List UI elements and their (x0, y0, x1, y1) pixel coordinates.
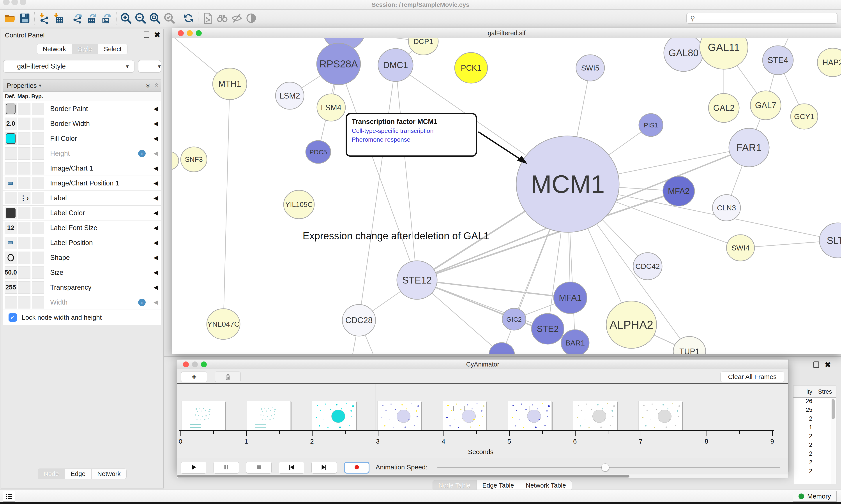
property-row-width[interactable]: Widthi◀ (3, 295, 161, 310)
timeline[interactable]: 0123456789 Seconds (177, 430, 788, 458)
network-node-LSM2[interactable]: LSM2 (275, 82, 304, 109)
table-row[interactable]: 2 (793, 459, 836, 468)
mapping-cell[interactable] (18, 237, 31, 249)
tab-style[interactable]: Style (72, 44, 98, 54)
cyanimator-titlebar[interactable]: CyAnimator (177, 360, 788, 370)
network-node-N3[interactable] (172, 151, 179, 170)
network-node-LSM4[interactable]: LSM4 (317, 94, 345, 121)
frame-thumbnail-3[interactable] (312, 401, 356, 430)
mapping-cell[interactable] (18, 162, 31, 175)
skip-start-button[interactable] (279, 462, 304, 473)
network-node-STE12[interactable]: STE12 (397, 261, 437, 299)
property-row-shape[interactable]: Shape◀ (3, 250, 161, 265)
default-value-cell[interactable] (5, 296, 17, 308)
export-network-button[interactable] (71, 11, 85, 26)
property-row-border-paint[interactable]: Border Paint◀ (3, 101, 161, 116)
network-node-GCY1[interactable]: GCY1 (791, 104, 818, 129)
frame-thumbnail-6[interactable] (508, 401, 552, 430)
bypass-cell[interactable] (32, 222, 44, 234)
bypass-cell[interactable] (32, 281, 44, 293)
mapping-cell[interactable] (18, 147, 31, 160)
expand-row-icon[interactable]: ◀ (154, 224, 158, 231)
mapping-cell[interactable] (18, 177, 31, 190)
mapping-cell[interactable] (18, 103, 31, 115)
mapping-cell[interactable] (18, 132, 31, 145)
import-network-button[interactable] (37, 11, 51, 26)
network-node-STE4[interactable]: STE4 (763, 46, 793, 75)
default-value-cell[interactable]: 50.0 (5, 267, 17, 279)
network-node-ALPHA2[interactable]: ALPHA2 (606, 301, 657, 348)
network-node-GAL2[interactable]: GAL2 (709, 93, 739, 122)
animation-speed-slider[interactable] (437, 467, 780, 468)
mapping-cell[interactable] (18, 252, 31, 264)
network-node-MFA2[interactable]: MFA2 (663, 176, 695, 206)
style-select[interactable]: galFiltered Style ▾ (3, 60, 135, 73)
default-value-cell[interactable]: 2.0 (5, 118, 17, 130)
default-value-cell[interactable] (5, 192, 17, 204)
default-value-cell[interactable] (5, 147, 17, 160)
frame-thumbnail-2[interactable] (247, 401, 291, 430)
mapping-cell[interactable] (18, 118, 31, 130)
mapping-cell[interactable] (18, 222, 31, 234)
network-node-PIS1[interactable]: PIS1 (639, 114, 663, 137)
stop-button[interactable] (246, 462, 272, 473)
property-row-image-chart-1[interactable]: Image/Chart 1◀ (3, 161, 161, 176)
frame-thumbnail-8[interactable] (639, 401, 682, 430)
frame-thumbnail-1[interactable] (182, 401, 225, 430)
network-node-SWI5[interactable]: SWI5 (576, 55, 605, 81)
bypass-cell[interactable] (32, 237, 44, 249)
network-node-PDC5[interactable]: PDC5 (306, 141, 331, 163)
app-close-light[interactable] (3, 0, 10, 5)
property-row-size[interactable]: 50.0Size◀ (3, 265, 161, 280)
zoom-in-button[interactable] (119, 11, 133, 26)
expand-row-icon[interactable]: ◀ (154, 269, 158, 276)
expand-row-icon[interactable]: ◀ (154, 150, 158, 157)
table-panel-close-icon[interactable]: ✖ (825, 361, 831, 368)
network-window-titlebar[interactable]: galFiltered.sif (172, 28, 841, 38)
network-edge[interactable] (223, 84, 230, 324)
network-node-HAP2[interactable]: HAP2 (817, 48, 841, 77)
refresh-button[interactable] (181, 11, 196, 26)
expand-row-icon[interactable]: ◀ (154, 284, 158, 291)
expand-row-icon[interactable]: ◀ (154, 210, 158, 216)
add-frame-button[interactable]: + (181, 372, 207, 382)
expand-row-icon[interactable]: ◀ (154, 120, 158, 127)
clear-all-frames-button[interactable]: Clear All Frames (720, 372, 784, 382)
table-panel-float-icon[interactable] (813, 361, 819, 368)
table-row[interactable]: 2 (793, 450, 836, 459)
default-value-cell[interactable] (5, 252, 17, 264)
expand-row-icon[interactable]: ◀ (154, 105, 158, 112)
hide-eye-button[interactable] (230, 11, 244, 26)
bypass-cell[interactable] (32, 296, 44, 308)
default-value-cell[interactable]: 12 (5, 222, 17, 234)
table-scrollbar[interactable] (831, 398, 836, 484)
network-node-TUP1[interactable]: TUP1 (673, 337, 706, 354)
tab-network[interactable]: Network (37, 44, 72, 54)
annotation-link[interactable]: Cell-type-specific transcription (352, 127, 471, 134)
bypass-cell[interactable] (32, 177, 44, 190)
table-row[interactable]: 25 (793, 407, 836, 415)
network-node-CDC28[interactable]: CDC28 (342, 305, 376, 336)
property-row-label-font-size[interactable]: 12Label Font Size◀ (3, 220, 161, 235)
expand-row-icon[interactable]: ◀ (154, 239, 158, 246)
frame-thumbnail-5[interactable] (443, 401, 486, 430)
binoculars-button[interactable] (215, 11, 230, 26)
bypass-cell[interactable] (32, 267, 44, 279)
expand-row-icon[interactable]: ◀ (154, 195, 158, 201)
property-row-label[interactable]: ⋮›Label◀ (3, 191, 161, 205)
lock-size-checkbox[interactable]: ✓ (8, 313, 17, 322)
table-row[interactable]: 2 (793, 415, 836, 424)
network-node-BAR1[interactable]: BAR1 (561, 330, 589, 354)
task-history-button[interactable] (3, 491, 15, 502)
window-minimize-light[interactable] (192, 361, 198, 367)
network-node-CDC42[interactable]: CDC42 (633, 253, 662, 280)
contrast-eye-button[interactable] (244, 11, 258, 26)
property-row-transparency[interactable]: 255Transparency◀ (3, 280, 161, 295)
expand-row-icon[interactable]: ◀ (154, 254, 158, 261)
network-node-DMC1[interactable]: DMC1 (378, 49, 413, 82)
bypass-cell[interactable] (32, 132, 44, 145)
play-button[interactable] (181, 462, 206, 473)
tab-edge-table[interactable]: Edge Table (476, 480, 520, 491)
network-node-MCM1[interactable]: MCM1 (516, 136, 619, 232)
zoom-fit-button[interactable] (148, 11, 162, 26)
